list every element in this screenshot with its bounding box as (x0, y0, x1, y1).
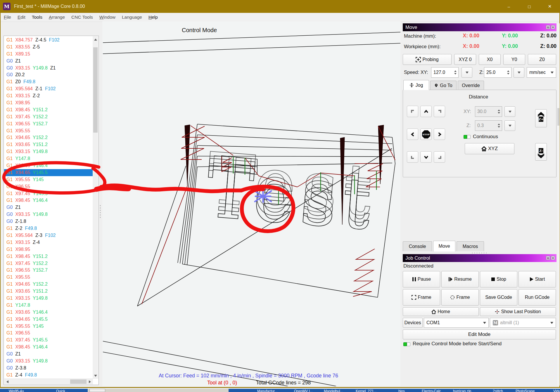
gcode-line[interactable]: G0X93.15Y149.8 (4, 358, 93, 365)
minimize-button[interactable]: – (499, 0, 519, 13)
gcode-line[interactable]: G0Z1 (4, 58, 93, 65)
menu-tools[interactable]: Tools (29, 13, 46, 22)
speed-z-preset-dropdown[interactable] (514, 67, 524, 78)
taskbar-item[interactable]: OpenMV I... (294, 389, 313, 392)
gcode-line[interactable]: G1X94.65Y152.2 (4, 281, 93, 288)
taskbar-item[interactable]: bios (398, 389, 405, 392)
speed-xy-preset-dropdown[interactable] (462, 67, 472, 78)
float-panel-icon[interactable]: ⧉ (546, 25, 550, 29)
menu-window[interactable]: Window (96, 13, 119, 22)
taskbar-item[interactable]: Quick... (56, 389, 68, 392)
panel-splitter-handle[interactable] (99, 204, 101, 218)
gcode-horizontal-scrollbar[interactable] (4, 379, 93, 384)
gcode-line[interactable]: G1X95.55 (4, 127, 93, 134)
tab-override[interactable]: Override (458, 81, 484, 90)
probing-button[interactable]: Probing (403, 54, 452, 65)
taskbar-item[interactable]: Electro-Calc (422, 389, 441, 392)
gcode-line[interactable]: G1X97.45Y152.2 (4, 113, 93, 120)
gcode-line[interactable]: G1X98.45Y151.2 (4, 253, 93, 260)
gcode-line[interactable]: G1X83.55Z-5 (4, 44, 93, 51)
gcode-line[interactable]: G1Y147.8 (4, 302, 93, 309)
taskbar-item[interactable]: Kernel_271... (356, 389, 376, 392)
tab-goto[interactable]: Go To (430, 81, 457, 90)
y-zero-button[interactable]: Y0 (503, 54, 525, 65)
menu-cnc-tools[interactable]: CNC Tools (68, 13, 96, 22)
gcode-line[interactable]: G0X93.15Y149.8Z1 (4, 65, 93, 72)
tab-jog[interactable]: Jog (403, 80, 429, 90)
float-panel-icon[interactable]: ⧉ (546, 256, 550, 260)
gcode-line[interactable]: G1X98.45Y151.2 (4, 106, 93, 113)
gcode-line[interactable]: G1X93.65Y146.4 (4, 162, 93, 169)
dock-scrollbar[interactable] (557, 23, 560, 386)
gcode-line[interactable]: G1X89.15 (4, 51, 93, 58)
jog-z-down-button[interactable]: Z- (535, 143, 547, 161)
gcode-line[interactable]: G1X98.45Y146.4 (4, 344, 93, 351)
taskbar-item[interactable]: Manufactur... (257, 389, 277, 392)
jog-up-button[interactable] (420, 106, 432, 117)
gcode-line[interactable]: G1X93.15Y149.8 (4, 148, 93, 155)
taskbar-item[interactable]: hurrican.zip (453, 389, 471, 392)
gcode-line[interactable]: G1X98.95 (4, 99, 93, 106)
speed-units-select[interactable]: mm/sec (527, 67, 556, 78)
gcode-line[interactable]: G1Z-2F49.8 (4, 225, 93, 232)
gcode-line[interactable]: G0Z1 (4, 204, 93, 211)
gcode-line[interactable]: G1X93.65Y146.4 (4, 309, 93, 316)
gcode-line[interactable]: G1X95.564Z-3F102 (4, 232, 93, 239)
jog-up-left-button[interactable] (407, 106, 418, 117)
gcode-line[interactable]: G1X94.65Y152.2 (4, 134, 93, 141)
x-zero-button[interactable]: X0 (479, 54, 501, 65)
jog-left-button[interactable] (407, 129, 418, 140)
move-panel-header[interactable]: Move ⧉ ✕ (403, 23, 556, 31)
jog-down-left-button[interactable] (407, 151, 418, 163)
gcode-line[interactable]: G1X94.65Y145.5 (4, 169, 93, 176)
distance-xy-preset-dropdown[interactable] (504, 106, 515, 117)
menu-edit[interactable]: Edit (14, 13, 29, 22)
gcode-line[interactable]: G1X93.15Y149.8 (4, 295, 93, 302)
distance-z-preset-dropdown[interactable] (504, 120, 515, 131)
jog-z-up-button[interactable]: Z+ (535, 109, 547, 127)
close-button[interactable]: ✕ (540, 0, 560, 13)
frame-rect-button[interactable]: Frame (403, 289, 440, 306)
port-select[interactable]: COM1 (424, 318, 489, 328)
gcode-line[interactable]: G0X93.15Y149.8 (4, 211, 93, 218)
gcode-line[interactable]: G1Y147.8 (4, 155, 93, 162)
tab-move[interactable]: Move (433, 241, 455, 251)
menu-file[interactable]: File (1, 13, 14, 22)
gcode-line[interactable]: G1X97.45Y145.5 (4, 337, 93, 344)
gcode-line[interactable]: G1X93.65Y151.2 (4, 141, 93, 148)
jog-down-right-button[interactable] (434, 151, 445, 163)
stop-button[interactable]: Stop (480, 271, 517, 287)
gcode-line[interactable]: G0Z0.2 (4, 71, 93, 78)
gcode-line[interactable]: G1X98.45Y146.4 (4, 197, 93, 204)
speed-xy-stepper[interactable] (453, 67, 458, 77)
close-panel-icon[interactable]: ✕ (551, 25, 555, 29)
taskbar-button[interactable] (89, 389, 105, 392)
jog-right-button[interactable] (434, 129, 445, 140)
taskbar-item[interactable]: PhotoScape (516, 389, 535, 392)
taskbar-item[interactable]: Win95-4u (9, 389, 24, 392)
gcode-line[interactable]: G1X93.65Y151.2 (4, 288, 93, 295)
speed-z-stepper[interactable] (506, 67, 511, 77)
gcode-line[interactable]: G1X94.65Y145.5 (4, 316, 93, 323)
jog-stop-button[interactable]: STOP (420, 129, 432, 140)
taskbar-item[interactable]: Vidu... (553, 389, 560, 392)
tab-console[interactable]: Console (403, 241, 432, 251)
tab-macros[interactable]: Macros (457, 241, 484, 251)
gcode-vertical-scrollbar[interactable] (93, 36, 98, 379)
speed-xy-input[interactable]: 127.0 (431, 67, 459, 78)
taskbar-item[interactable]: 2stitch (493, 389, 503, 392)
taskbar-item[interactable]: Mandelbul... (324, 389, 343, 392)
gcode-line[interactable]: G1X98.95 (4, 246, 93, 253)
scroll-up-icon[interactable] (93, 36, 98, 43)
gcode-line[interactable]: G1Z0F49.8 (4, 78, 93, 85)
gcode-line[interactable]: G1X95.55Y145 (4, 323, 93, 330)
home-xyz-button[interactable]: XYZ (465, 143, 514, 154)
xyz-zero-button[interactable]: XYZ 0 (454, 54, 476, 65)
gcode-line[interactable]: G1X97.45Y145.5 (4, 190, 93, 197)
title-bar[interactable]: M First_test * - MillMage Core 0.8.00 – … (0, 0, 560, 13)
gcode-line[interactable]: G1X95.55Y145 (4, 176, 93, 183)
run-gcode-button[interactable]: Run GCode (518, 289, 556, 306)
dock-splitter-handle[interactable] (471, 252, 488, 254)
maximize-button[interactable]: □ (519, 0, 540, 13)
gcode-line[interactable]: G1X96.55Y152.7 (4, 267, 93, 274)
